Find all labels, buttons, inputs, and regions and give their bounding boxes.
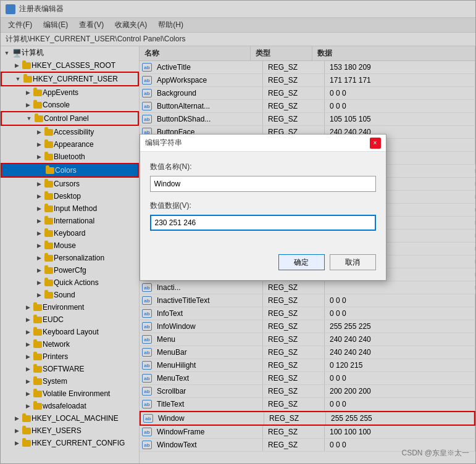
data-label: 数值数据(V):: [150, 201, 376, 211]
name-label: 数值名称(N):: [150, 162, 376, 172]
confirm-button[interactable]: 确定: [278, 254, 325, 270]
modal-body: 数值名称(N): 数值数据(V):: [140, 152, 386, 249]
modal-title-bar: 编辑字符串 ×: [140, 135, 386, 152]
modal-footer: 确定 取消: [140, 249, 386, 280]
edit-string-dialog: 编辑字符串 × 数值名称(N): 数值数据(V): 确定 取消: [140, 134, 386, 281]
cancel-button[interactable]: 取消: [330, 254, 376, 270]
modal-overlay: 编辑字符串 × 数值名称(N): 数值数据(V): 确定 取消: [1, 1, 475, 463]
data-input[interactable]: [150, 215, 376, 231]
modal-title: 编辑字符串: [145, 138, 182, 148]
name-input[interactable]: [150, 176, 376, 192]
modal-close-button[interactable]: ×: [370, 138, 381, 149]
